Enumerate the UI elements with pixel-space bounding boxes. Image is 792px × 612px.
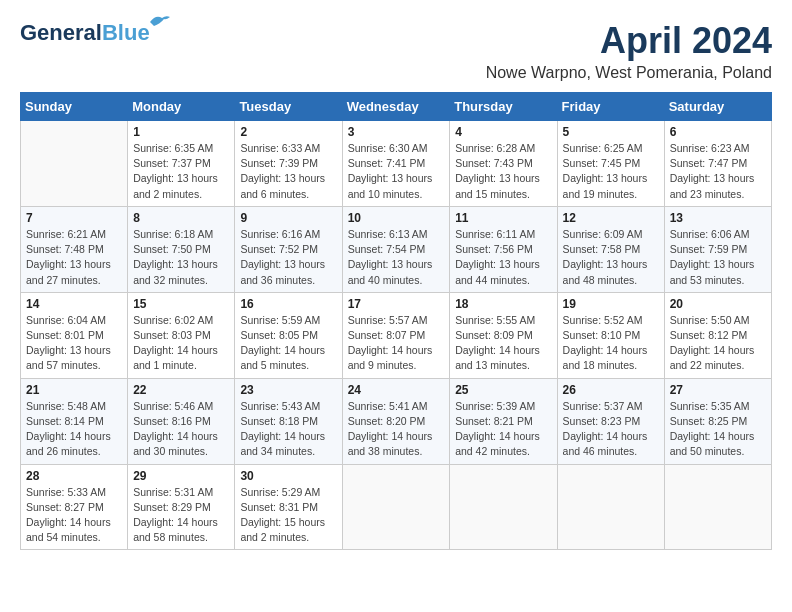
calendar-cell: 3Sunrise: 6:30 AMSunset: 7:41 PMDaylight…	[342, 121, 450, 207]
weekday-thursday: Thursday	[450, 93, 557, 121]
day-number: 2	[240, 125, 336, 139]
weekday-friday: Friday	[557, 93, 664, 121]
calendar-week-3: 14Sunrise: 6:04 AMSunset: 8:01 PMDayligh…	[21, 292, 772, 378]
day-info: Sunrise: 5:35 AMSunset: 8:25 PMDaylight:…	[670, 399, 766, 460]
day-info: Sunrise: 6:02 AMSunset: 8:03 PMDaylight:…	[133, 313, 229, 374]
calendar-cell	[664, 464, 771, 550]
calendar-cell: 30Sunrise: 5:29 AMSunset: 8:31 PMDayligh…	[235, 464, 342, 550]
day-info: Sunrise: 6:18 AMSunset: 7:50 PMDaylight:…	[133, 227, 229, 288]
calendar-cell: 18Sunrise: 5:55 AMSunset: 8:09 PMDayligh…	[450, 292, 557, 378]
day-info: Sunrise: 5:48 AMSunset: 8:14 PMDaylight:…	[26, 399, 122, 460]
day-number: 18	[455, 297, 551, 311]
day-number: 6	[670, 125, 766, 139]
calendar-cell: 9Sunrise: 6:16 AMSunset: 7:52 PMDaylight…	[235, 206, 342, 292]
logo-bird-icon	[148, 12, 170, 30]
day-info: Sunrise: 5:57 AMSunset: 8:07 PMDaylight:…	[348, 313, 445, 374]
weekday-header-row: SundayMondayTuesdayWednesdayThursdayFrid…	[21, 93, 772, 121]
day-info: Sunrise: 6:04 AMSunset: 8:01 PMDaylight:…	[26, 313, 122, 374]
location-title: Nowe Warpno, West Pomerania, Poland	[486, 64, 772, 82]
weekday-wednesday: Wednesday	[342, 93, 450, 121]
day-number: 10	[348, 211, 445, 225]
calendar-cell: 24Sunrise: 5:41 AMSunset: 8:20 PMDayligh…	[342, 378, 450, 464]
calendar-cell: 28Sunrise: 5:33 AMSunset: 8:27 PMDayligh…	[21, 464, 128, 550]
day-info: Sunrise: 6:13 AMSunset: 7:54 PMDaylight:…	[348, 227, 445, 288]
day-info: Sunrise: 6:28 AMSunset: 7:43 PMDaylight:…	[455, 141, 551, 202]
day-info: Sunrise: 5:37 AMSunset: 8:23 PMDaylight:…	[563, 399, 659, 460]
day-number: 21	[26, 383, 122, 397]
calendar-cell: 2Sunrise: 6:33 AMSunset: 7:39 PMDaylight…	[235, 121, 342, 207]
calendar-cell: 15Sunrise: 6:02 AMSunset: 8:03 PMDayligh…	[128, 292, 235, 378]
day-info: Sunrise: 5:39 AMSunset: 8:21 PMDaylight:…	[455, 399, 551, 460]
day-info: Sunrise: 6:09 AMSunset: 7:58 PMDaylight:…	[563, 227, 659, 288]
day-info: Sunrise: 5:55 AMSunset: 8:09 PMDaylight:…	[455, 313, 551, 374]
day-info: Sunrise: 6:21 AMSunset: 7:48 PMDaylight:…	[26, 227, 122, 288]
day-info: Sunrise: 5:43 AMSunset: 8:18 PMDaylight:…	[240, 399, 336, 460]
title-block: April 2024 Nowe Warpno, West Pomerania, …	[486, 20, 772, 82]
month-title: April 2024	[486, 20, 772, 62]
day-number: 8	[133, 211, 229, 225]
weekday-saturday: Saturday	[664, 93, 771, 121]
day-number: 28	[26, 469, 122, 483]
day-number: 4	[455, 125, 551, 139]
calendar-cell	[342, 464, 450, 550]
day-info: Sunrise: 5:41 AMSunset: 8:20 PMDaylight:…	[348, 399, 445, 460]
page-header: GeneralBlue April 2024 Nowe Warpno, West…	[20, 20, 772, 82]
calendar-cell: 20Sunrise: 5:50 AMSunset: 8:12 PMDayligh…	[664, 292, 771, 378]
day-info: Sunrise: 6:06 AMSunset: 7:59 PMDaylight:…	[670, 227, 766, 288]
day-info: Sunrise: 6:23 AMSunset: 7:47 PMDaylight:…	[670, 141, 766, 202]
calendar-cell: 14Sunrise: 6:04 AMSunset: 8:01 PMDayligh…	[21, 292, 128, 378]
day-number: 5	[563, 125, 659, 139]
day-number: 29	[133, 469, 229, 483]
weekday-monday: Monday	[128, 93, 235, 121]
day-info: Sunrise: 5:31 AMSunset: 8:29 PMDaylight:…	[133, 485, 229, 546]
weekday-tuesday: Tuesday	[235, 93, 342, 121]
day-number: 22	[133, 383, 229, 397]
day-info: Sunrise: 6:11 AMSunset: 7:56 PMDaylight:…	[455, 227, 551, 288]
weekday-sunday: Sunday	[21, 93, 128, 121]
calendar-week-4: 21Sunrise: 5:48 AMSunset: 8:14 PMDayligh…	[21, 378, 772, 464]
day-number: 27	[670, 383, 766, 397]
day-number: 26	[563, 383, 659, 397]
day-number: 15	[133, 297, 229, 311]
day-info: Sunrise: 6:33 AMSunset: 7:39 PMDaylight:…	[240, 141, 336, 202]
calendar-cell: 17Sunrise: 5:57 AMSunset: 8:07 PMDayligh…	[342, 292, 450, 378]
day-number: 9	[240, 211, 336, 225]
day-number: 17	[348, 297, 445, 311]
calendar-week-2: 7Sunrise: 6:21 AMSunset: 7:48 PMDaylight…	[21, 206, 772, 292]
calendar-cell	[557, 464, 664, 550]
calendar-cell: 6Sunrise: 6:23 AMSunset: 7:47 PMDaylight…	[664, 121, 771, 207]
day-number: 20	[670, 297, 766, 311]
day-info: Sunrise: 6:35 AMSunset: 7:37 PMDaylight:…	[133, 141, 229, 202]
day-number: 19	[563, 297, 659, 311]
day-info: Sunrise: 5:29 AMSunset: 8:31 PMDaylight:…	[240, 485, 336, 546]
calendar-cell: 5Sunrise: 6:25 AMSunset: 7:45 PMDaylight…	[557, 121, 664, 207]
calendar-cell: 8Sunrise: 6:18 AMSunset: 7:50 PMDaylight…	[128, 206, 235, 292]
day-number: 12	[563, 211, 659, 225]
logo-blue: Blue	[102, 20, 150, 45]
day-info: Sunrise: 6:25 AMSunset: 7:45 PMDaylight:…	[563, 141, 659, 202]
calendar-cell: 27Sunrise: 5:35 AMSunset: 8:25 PMDayligh…	[664, 378, 771, 464]
day-number: 1	[133, 125, 229, 139]
calendar-body: 1Sunrise: 6:35 AMSunset: 7:37 PMDaylight…	[21, 121, 772, 550]
calendar-week-5: 28Sunrise: 5:33 AMSunset: 8:27 PMDayligh…	[21, 464, 772, 550]
calendar-cell: 21Sunrise: 5:48 AMSunset: 8:14 PMDayligh…	[21, 378, 128, 464]
day-info: Sunrise: 6:16 AMSunset: 7:52 PMDaylight:…	[240, 227, 336, 288]
calendar-cell: 19Sunrise: 5:52 AMSunset: 8:10 PMDayligh…	[557, 292, 664, 378]
day-number: 13	[670, 211, 766, 225]
day-number: 11	[455, 211, 551, 225]
calendar-cell: 12Sunrise: 6:09 AMSunset: 7:58 PMDayligh…	[557, 206, 664, 292]
day-info: Sunrise: 5:33 AMSunset: 8:27 PMDaylight:…	[26, 485, 122, 546]
day-number: 30	[240, 469, 336, 483]
day-info: Sunrise: 5:50 AMSunset: 8:12 PMDaylight:…	[670, 313, 766, 374]
calendar-cell: 16Sunrise: 5:59 AMSunset: 8:05 PMDayligh…	[235, 292, 342, 378]
logo: GeneralBlue	[20, 20, 150, 46]
calendar-cell	[21, 121, 128, 207]
calendar-cell: 10Sunrise: 6:13 AMSunset: 7:54 PMDayligh…	[342, 206, 450, 292]
calendar-cell: 22Sunrise: 5:46 AMSunset: 8:16 PMDayligh…	[128, 378, 235, 464]
calendar-cell: 26Sunrise: 5:37 AMSunset: 8:23 PMDayligh…	[557, 378, 664, 464]
calendar-cell: 4Sunrise: 6:28 AMSunset: 7:43 PMDaylight…	[450, 121, 557, 207]
calendar-cell: 23Sunrise: 5:43 AMSunset: 8:18 PMDayligh…	[235, 378, 342, 464]
day-number: 14	[26, 297, 122, 311]
day-info: Sunrise: 5:59 AMSunset: 8:05 PMDaylight:…	[240, 313, 336, 374]
calendar-week-1: 1Sunrise: 6:35 AMSunset: 7:37 PMDaylight…	[21, 121, 772, 207]
